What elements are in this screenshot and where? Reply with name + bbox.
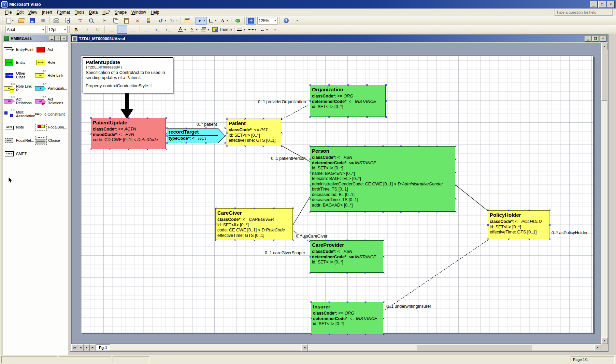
pan-zoom-button[interactable] bbox=[246, 17, 256, 25]
label-patient-person[interactable]: 0..1 patientPerson bbox=[271, 156, 305, 161]
scroll-down-button[interactable]: ▼ bbox=[601, 337, 608, 344]
label-provider-organization[interactable]: 0..1 providerOrganization bbox=[258, 100, 306, 104]
options-button[interactable] bbox=[292, 17, 302, 25]
font-color-button[interactable]: ▼ bbox=[176, 26, 187, 34]
stencil-item-entrypoint[interactable]: ENTRYEntryPoint bbox=[4, 45, 35, 54]
spelling-button[interactable] bbox=[75, 17, 86, 25]
line-color-button[interactable]: ▼ bbox=[188, 26, 199, 34]
stencil-item-role-link-r[interactable]: RL0..XRole Link R bbox=[4, 84, 35, 92]
font-select[interactable]: Arial▼ bbox=[5, 26, 46, 33]
class-box-person[interactable]: PersonclassCode*: <= PSNdeterminerCode*:… bbox=[310, 146, 455, 212]
help-question-input[interactable] bbox=[555, 9, 613, 16]
document-close-button[interactable]: × bbox=[600, 36, 606, 42]
line-ends-button[interactable]: ▼ bbox=[258, 26, 269, 34]
redo-button[interactable]: ▼ bbox=[168, 17, 179, 25]
label-patient[interactable]: 0..* patient bbox=[197, 122, 217, 127]
stencil-item-act-relations[interactable]: AR0..XAct Relations... bbox=[4, 97, 35, 105]
menu-shape[interactable]: Shape bbox=[112, 9, 129, 16]
menu-window[interactable]: Window bbox=[129, 9, 148, 16]
maximize-button[interactable]: □ bbox=[598, 1, 606, 8]
stencil-close-button[interactable]: × bbox=[61, 36, 67, 41]
vertical-scrollbar[interactable]: ▲ ▼ bbox=[601, 43, 607, 344]
menu-view[interactable]: View bbox=[26, 9, 40, 16]
class-box-patient-update[interactable]: PatientUpdateclassCode*: <= ACTNmoodCode… bbox=[91, 118, 166, 149]
class-box-insurer[interactable]: InsurerclassCode*: <= ORGdeterminerCode*… bbox=[311, 302, 383, 334]
italic-button[interactable] bbox=[82, 26, 92, 34]
stencil-item-role[interactable]: ROLERole bbox=[35, 58, 67, 66]
increase-indent-button[interactable] bbox=[163, 26, 173, 34]
format-painter-button[interactable] bbox=[143, 17, 154, 25]
menu-insert[interactable]: Insert bbox=[40, 9, 55, 16]
participation-record-target[interactable]: recordTargettypeCode*: <= RCT ×××××××××× bbox=[167, 128, 225, 143]
decrease-indent-button[interactable] bbox=[152, 26, 162, 34]
drawing-canvas[interactable]: PatientUpdate (TZDU_MT000003UV) Specific… bbox=[71, 43, 601, 344]
undo-button[interactable]: ▼ bbox=[157, 17, 168, 25]
research-button[interactable] bbox=[86, 17, 97, 25]
save-button[interactable] bbox=[27, 17, 37, 25]
label-care-giver-scoper[interactable]: 0..1 careGiverScoper bbox=[265, 251, 305, 255]
label-as-care-giver[interactable]: 0..* asCareGiver bbox=[296, 234, 327, 239]
line-pattern-button[interactable]: ▼ bbox=[247, 26, 258, 34]
stencil-item-other-class[interactable]: OTHEROther Class bbox=[4, 71, 35, 79]
stencil-maximize-button[interactable]: □ bbox=[55, 36, 61, 41]
scroll-left-button[interactable]: ◀ bbox=[301, 344, 308, 351]
stencil-item-misc-association[interactable]: 0..XMisc Association bbox=[4, 110, 35, 118]
stencil-item-constraint[interactable]: INV{...}Constraint bbox=[35, 110, 67, 118]
pointer-button[interactable]: ▼ bbox=[196, 17, 206, 25]
first-page-button[interactable]: |◀ bbox=[71, 344, 77, 351]
delete-button[interactable] bbox=[132, 17, 143, 25]
stencil-item-participati[interactable]: P0..XParticipati... bbox=[35, 84, 67, 92]
menu-help[interactable]: Help bbox=[148, 9, 162, 16]
cut-button[interactable] bbox=[100, 17, 110, 25]
close-button[interactable]: × bbox=[607, 1, 615, 8]
class-box-care-provider[interactable]: CareProviderclassCode*: <= PSNdeterminer… bbox=[310, 240, 383, 273]
diagram-note[interactable]: PatientUpdate (TZDU_MT000003UV) Specific… bbox=[83, 57, 173, 93]
print-button[interactable] bbox=[51, 17, 61, 25]
class-box-organization[interactable]: OrganizationclassCode*: <= ORGdeterminer… bbox=[310, 85, 386, 117]
stencil-item-act-relations[interactable]: AR0..XAct Relations... bbox=[35, 97, 67, 105]
align-left-button[interactable] bbox=[106, 26, 116, 34]
class-box-patient[interactable]: PatientclassCode*: <= PATid: SET<II> [0.… bbox=[227, 119, 281, 146]
label-underwriting-insurer[interactable]: 0..1 underwritingInsurer bbox=[386, 304, 431, 309]
horizontal-scrollbar[interactable] bbox=[308, 344, 594, 350]
align-center-button[interactable] bbox=[117, 26, 127, 34]
stencil-item-choice[interactable]: CHOICEChoice bbox=[35, 136, 67, 145]
stencil-item-role-link[interactable]: RL0..XRole Link bbox=[35, 71, 67, 79]
menu-tools[interactable]: Tools bbox=[72, 9, 87, 16]
theme-button[interactable]: Theme bbox=[211, 26, 233, 34]
document-title-bar[interactable]: TZDU_MT000003UV.vsd ▁ ❐ × bbox=[71, 35, 608, 42]
drawing-tools-button[interactable] bbox=[233, 17, 243, 25]
minimize-button[interactable]: ▁ bbox=[590, 1, 598, 8]
bold-button[interactable] bbox=[71, 26, 81, 34]
horizontal-scroll-thumb[interactable] bbox=[417, 344, 532, 350]
stencil-item-focalref[interactable]: REFFocalRef... bbox=[4, 136, 35, 145]
stencil-item-focalbou[interactable]: FocalBou... bbox=[35, 123, 67, 131]
scroll-right-button[interactable]: ▶ bbox=[594, 344, 601, 351]
menu-format[interactable]: Format bbox=[55, 9, 72, 16]
menu-data[interactable]: Data bbox=[87, 9, 100, 16]
vertical-scroll-thumb[interactable] bbox=[601, 49, 607, 101]
next-page-button[interactable]: ▶ bbox=[84, 344, 90, 351]
label-as-policy-holder[interactable]: 0..* asPolicyHolder bbox=[551, 230, 588, 235]
stencil-item-note[interactable]: NOTENote bbox=[4, 123, 35, 131]
shape-window-button[interactable] bbox=[182, 17, 192, 25]
print-preview-button[interactable] bbox=[62, 17, 72, 25]
align-right-button[interactable] bbox=[128, 26, 138, 34]
stencil-item-cmet[interactable]: CMETCMET bbox=[4, 150, 35, 158]
class-box-policy-holder[interactable]: PolicyHolderclassCode*: <= POLHOLDid: SE… bbox=[488, 210, 549, 239]
copy-button[interactable] bbox=[111, 17, 121, 25]
stencil-title-bar[interactable]: RMIM2.vss ▁ □ × bbox=[3, 35, 68, 42]
menu-hl7[interactable]: HL7 bbox=[100, 9, 112, 16]
open-button[interactable] bbox=[16, 17, 26, 25]
help-button[interactable] bbox=[281, 17, 291, 25]
previous-page-button[interactable]: ◀ bbox=[77, 344, 84, 351]
line-weight-button[interactable]: ▼ bbox=[236, 26, 247, 34]
page-tab[interactable]: Pg-1 bbox=[96, 344, 110, 350]
fill-color-button[interactable]: ▼ bbox=[200, 26, 211, 34]
stencil-item-act[interactable]: ACTAct bbox=[35, 45, 67, 54]
bullets-button[interactable] bbox=[141, 26, 152, 34]
document-minimize-button[interactable]: ▁ bbox=[585, 36, 591, 42]
options-button[interactable] bbox=[270, 26, 280, 34]
zoom-select[interactable]: 125%▼ bbox=[257, 17, 278, 25]
mail-button[interactable] bbox=[38, 17, 48, 25]
